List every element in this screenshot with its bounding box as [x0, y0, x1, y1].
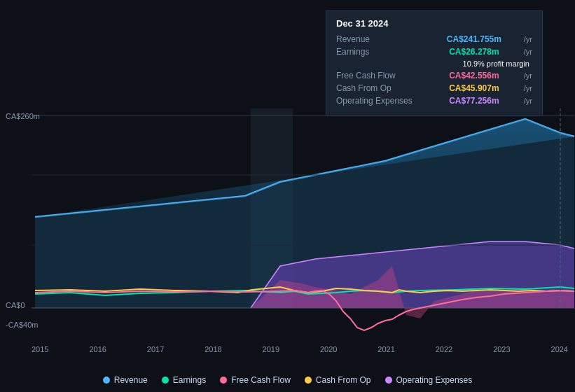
x-label-2022: 2022 — [436, 345, 452, 354]
legend-dot-revenue — [103, 377, 110, 384]
tooltip-value-margin: 10.9% profit margin — [463, 59, 529, 68]
tooltip-unit-opex: /yr — [524, 97, 532, 105]
tooltip-unit-fcf: /yr — [524, 71, 532, 80]
legend-fcf[interactable]: Free Cash Flow — [220, 375, 291, 385]
x-label-2024: 2024 — [551, 345, 568, 354]
x-label-2019: 2019 — [263, 345, 279, 354]
legend-opex[interactable]: Operating Expenses — [385, 375, 473, 385]
data-tooltip: Dec 31 2024 Revenue CA$241.755m /yr Earn… — [326, 10, 543, 116]
tooltip-row-margin: 10.9% profit margin — [336, 59, 532, 68]
tooltip-row-revenue: Revenue CA$241.755m /yr — [336, 34, 532, 44]
legend-dot-fcf — [220, 377, 227, 384]
y-label-zero: CA$0 — [6, 301, 25, 309]
x-label-2023: 2023 — [493, 345, 510, 354]
x-label-2020: 2020 — [320, 345, 337, 354]
legend-label-fcf: Free Cash Flow — [231, 375, 291, 385]
y-label-top: CA$260m — [6, 112, 40, 120]
tooltip-value-cfo: CA$45.907m — [449, 83, 499, 93]
tooltip-row-cfo: Cash From Op CA$45.907m /yr — [336, 83, 532, 93]
legend-dot-opex — [385, 377, 392, 384]
legend-dot-earnings — [162, 377, 169, 384]
tooltip-unit-cfo: /yr — [524, 84, 532, 92]
tooltip-label-opex: Operating Expenses — [336, 96, 427, 106]
tooltip-value-fcf: CA$42.556m — [449, 71, 499, 80]
x-label-2018: 2018 — [205, 345, 221, 354]
chart-legend: Revenue Earnings Free Cash Flow Cash Fro… — [0, 375, 575, 385]
legend-dot-cfo — [305, 377, 312, 384]
x-label-2021: 2021 — [377, 345, 394, 354]
tooltip-value-opex: CA$77.256m — [449, 96, 499, 106]
tooltip-label-earnings: Earnings — [336, 47, 427, 57]
tooltip-label-revenue: Revenue — [336, 34, 427, 44]
legend-earnings[interactable]: Earnings — [162, 375, 206, 385]
y-label-bottom: -CA$40m — [6, 321, 38, 329]
tooltip-label-fcf: Free Cash Flow — [336, 71, 427, 80]
x-label-2017: 2017 — [147, 345, 164, 354]
tooltip-label-cfo: Cash From Op — [336, 83, 427, 93]
x-label-2015: 2015 — [32, 345, 48, 354]
tooltip-unit-revenue: /yr — [524, 35, 532, 43]
tooltip-unit-earnings: /yr — [524, 48, 532, 56]
legend-label-earnings: Earnings — [173, 375, 206, 385]
legend-label-opex: Operating Expenses — [396, 375, 473, 385]
tooltip-row-earnings: Earnings CA$26.278m /yr — [336, 47, 532, 57]
legend-label-cfo: Cash From Op — [316, 375, 371, 385]
legend-revenue[interactable]: Revenue — [103, 375, 148, 385]
tooltip-value-revenue: CA$241.755m — [447, 34, 501, 44]
x-label-2016: 2016 — [89, 345, 106, 354]
chart-container: CA$260m CA$0 -CA$40m Dec 31 2024 Revenue… — [0, 0, 575, 392]
tooltip-date: Dec 31 2024 — [336, 18, 532, 29]
legend-label-revenue: Revenue — [114, 375, 148, 385]
x-axis: 2015 2016 2017 2018 2019 2020 2021 2022 … — [32, 345, 568, 354]
legend-cfo[interactable]: Cash From Op — [305, 375, 371, 385]
tooltip-row-fcf: Free Cash Flow CA$42.556m /yr — [336, 71, 532, 80]
tooltip-value-earnings: CA$26.278m — [449, 47, 499, 57]
tooltip-row-opex: Operating Expenses CA$77.256m /yr — [336, 96, 532, 106]
